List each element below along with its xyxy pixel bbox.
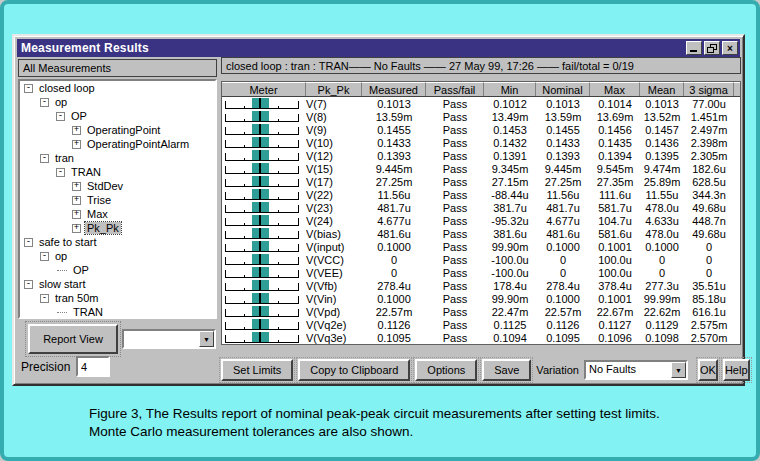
measurements-tree[interactable]: -closed loop-op-OP+OperatingPoint+Operat…	[18, 79, 217, 319]
table-row[interactable]: V(input)0.1000Pass99.90m0.10000.10010.10…	[222, 240, 740, 253]
tree-item-max[interactable]: +Max	[20, 207, 215, 221]
tree-expander-plus-icon[interactable]: +	[72, 210, 81, 219]
column-header-min[interactable]: Min	[484, 82, 536, 96]
table-row[interactable]: V(Vpd)22.57mPass22.47m22.57m22.67m22.62m…	[222, 305, 740, 318]
signal-name: V(bias)	[306, 228, 362, 240]
tree-expander-minus-icon[interactable]: -	[40, 98, 49, 107]
column-header-meter[interactable]: Meter	[222, 82, 306, 96]
cell-measured: 0.1455	[362, 124, 426, 136]
report-combobox[interactable]: ▼	[122, 329, 216, 349]
meter-cell	[222, 254, 306, 265]
tree-item-slow-start[interactable]: -slow start	[20, 277, 215, 291]
column-header-pk-pk[interactable]: Pk_Pk	[306, 82, 362, 96]
column-header-max[interactable]: Max	[590, 82, 640, 96]
tree-expander-plus-icon[interactable]: +	[72, 126, 81, 135]
tree-item-pk-pk[interactable]: +Pk_Pk	[20, 221, 215, 235]
table-row[interactable]: V(Vq3e)0.1095Pass0.10940.10950.10960.109…	[222, 331, 740, 344]
help-button[interactable]: Help	[723, 359, 750, 381]
cell-measured: 0.1393	[362, 150, 426, 162]
copy-to-clipboard-button[interactable]: Copy to Clipboard	[298, 359, 410, 381]
ok-button[interactable]: OK	[698, 359, 718, 381]
table-row[interactable]: V(24)4.677uPass-95.32u4.677u104.7u4.633u…	[222, 214, 740, 227]
signal-name: V(12)	[306, 150, 362, 162]
table-row[interactable]: V(9)0.1455Pass0.14530.14550.14560.14572.…	[222, 123, 740, 136]
column-header-pass-fail[interactable]: Pass/fail	[426, 82, 484, 96]
table-row[interactable]: V(10)0.1433Pass0.14320.14330.14350.14362…	[222, 136, 740, 149]
tree-expander-minus-icon[interactable]: -	[56, 112, 65, 121]
meter-gauge-icon	[225, 254, 299, 265]
tree-item-op[interactable]: -op	[20, 249, 215, 263]
cell-mean: 0	[640, 267, 684, 279]
column-header-3-sigma[interactable]: 3 sigma	[684, 82, 734, 96]
meter-cell	[222, 267, 306, 278]
restore-button[interactable]	[704, 41, 720, 55]
tree-item-closed-loop[interactable]: -closed loop	[20, 81, 215, 95]
tree-item-operatingpointalarm[interactable]: +OperatingPointAlarm	[20, 137, 215, 151]
cell-mean: 478.0u	[640, 202, 684, 214]
table-row[interactable]: V(bias)481.6uPass381.6u481.6u581.6u478.0…	[222, 227, 740, 240]
table-row[interactable]: V(7)0.1013Pass0.10120.10130.10140.101377…	[222, 97, 740, 110]
cell-mean: 0	[640, 254, 684, 266]
options-button[interactable]: Options	[415, 359, 477, 381]
table-row[interactable]: V(VEE)0Pass-100.0u0100.0u00	[222, 266, 740, 279]
set-limits-button[interactable]: Set Limits	[221, 359, 293, 381]
tree-item-tran[interactable]: -TRAN	[20, 165, 215, 179]
tree-expander-minus-icon[interactable]: -	[24, 238, 33, 247]
tree-expander-plus-icon[interactable]: +	[72, 224, 81, 233]
tree-expander-plus-icon[interactable]: +	[72, 182, 81, 191]
table-row[interactable]: V(Vfb)278.4uPass178.4u278.4u378.4u277.3u…	[222, 279, 740, 292]
cell-min: 381.7u	[484, 202, 536, 214]
cell-max: 581.6u	[590, 228, 640, 240]
tree-item-op[interactable]: -op	[20, 95, 215, 109]
tree-expander-minus-icon[interactable]: -	[24, 280, 33, 289]
chevron-down-icon[interactable]: ▼	[671, 362, 686, 378]
table-row[interactable]: V(8)13.59mPass13.49m13.59m13.69m13.52m1.…	[222, 110, 740, 123]
report-view-button[interactable]: Report View	[28, 324, 118, 354]
tree-expander-plus-icon[interactable]: +	[72, 196, 81, 205]
variation-combobox[interactable]: No Faults ▼	[584, 360, 688, 380]
tree-expander-minus-icon[interactable]: -	[40, 294, 49, 303]
tree-expander-minus-icon[interactable]: -	[40, 252, 49, 261]
table-row[interactable]: V(Vq2e)0.1126Pass0.11250.11260.11270.112…	[222, 318, 740, 331]
meter-cell	[222, 319, 306, 330]
table-row[interactable]: V(15)9.445mPass9.345m9.445m9.545m9.474m1…	[222, 162, 740, 175]
table-row[interactable]: V(VCC)0Pass-100.0u0100.0u00	[222, 253, 740, 266]
cell-measured: 0.1000	[362, 293, 426, 305]
chevron-down-icon[interactable]: ▼	[199, 331, 214, 347]
table-row[interactable]: V(22)11.56uPass-88.44u11.56u111.6u11.55u…	[222, 188, 740, 201]
tree-expander-minus-icon[interactable]: -	[24, 84, 33, 93]
tree-item-tran-50m[interactable]: -tran 50m	[20, 291, 215, 305]
meter-cell	[222, 137, 306, 148]
meter-gauge-icon	[225, 150, 299, 161]
meter-gauge-icon	[225, 280, 299, 291]
tree-item-label: OperatingPoint	[85, 124, 162, 136]
table-row[interactable]: V(17)27.25mPass27.15m27.25m27.35m25.89m6…	[222, 175, 740, 188]
tree-item-trise[interactable]: +Trise	[20, 193, 215, 207]
figure-caption: Figure 3, The Results report of nominal …	[89, 405, 660, 441]
column-header-measured[interactable]: Measured	[362, 82, 426, 96]
tree-expander-minus-icon[interactable]: -	[56, 168, 65, 177]
precision-input[interactable]	[76, 356, 110, 377]
save-button[interactable]: Save	[482, 359, 531, 381]
meter-gauge-icon	[225, 319, 299, 330]
tree-item-safe-to-start[interactable]: -safe to start	[20, 235, 215, 249]
tree-item-tran[interactable]: -tran	[20, 151, 215, 165]
tree-item-stddev[interactable]: +StdDev	[20, 179, 215, 193]
results-table-header: MeterPk_PkMeasuredPass/failMinNominalMax…	[222, 82, 740, 97]
column-header-mean[interactable]: Mean	[640, 82, 684, 96]
minimize-button[interactable]	[686, 41, 702, 55]
cell-mean: 4.633u	[640, 215, 684, 227]
column-header-nominal[interactable]: Nominal	[536, 82, 590, 96]
tree-expander-minus-icon[interactable]: -	[40, 154, 49, 163]
tree-item-op[interactable]: OP	[20, 263, 215, 277]
tree-item-tran[interactable]: TRAN	[20, 305, 215, 319]
table-row[interactable]: V(23)481.7uPass381.7u481.7u581.7u478.0u4…	[222, 201, 740, 214]
cell-measured: 0.1126	[362, 319, 426, 331]
tree-item-operatingpoint[interactable]: +OperatingPoint	[20, 123, 215, 137]
tree-item-op[interactable]: -OP	[20, 109, 215, 123]
close-button[interactable]: ×	[722, 41, 738, 55]
tree-expander-plus-icon[interactable]: +	[72, 140, 81, 149]
table-row[interactable]: V(12)0.1393Pass0.13910.13930.13940.13952…	[222, 149, 740, 162]
title-bar[interactable]: Measurement Results ×	[17, 39, 740, 57]
table-row[interactable]: V(Vin)0.1000Pass99.90m0.10000.100199.99m…	[222, 292, 740, 305]
